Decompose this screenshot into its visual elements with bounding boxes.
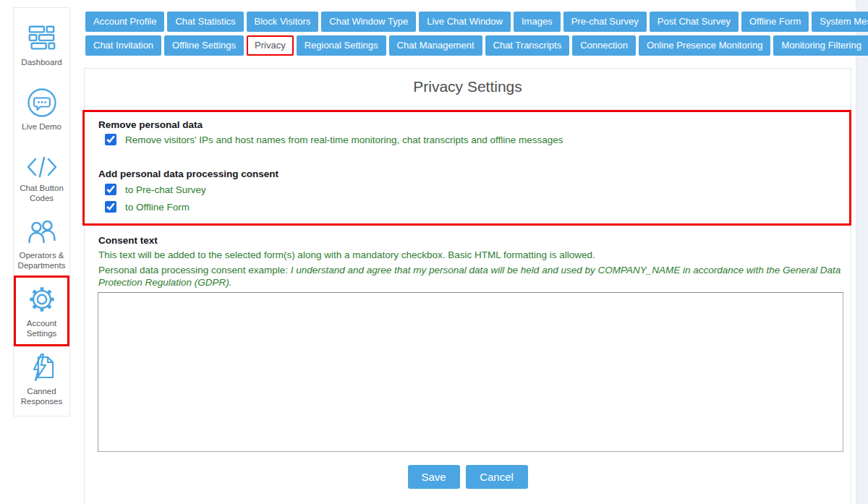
tab-live-chat-window[interactable]: Live Chat Window [419, 12, 511, 32]
sidebar: Dashboard Live Demo Chat Button Codes [13, 7, 70, 417]
settings-tabs-row1: Account Profile Chat Statistics Block Vi… [85, 12, 868, 32]
sidebar-item-label: Canned Responses [15, 386, 69, 406]
page-scrollbar[interactable] [856, 0, 868, 504]
prechat-consent-checkbox[interactable] [105, 184, 116, 195]
sidebar-item-canned-responses[interactable]: Canned Responses [14, 352, 69, 406]
tab-chat-window-type[interactable]: Chat Window Type [321, 12, 416, 32]
tab-images[interactable]: Images [514, 12, 561, 32]
tab-privacy[interactable]: Privacy [247, 35, 294, 56]
sidebar-item-label: Dashboard [15, 57, 69, 67]
tab-chat-invitation[interactable]: Chat Invitation [85, 35, 161, 56]
tab-monitoring-filtering[interactable]: Monitoring Filtering [773, 35, 868, 56]
tab-online-presence-monitoring[interactable]: Online Presence Monitoring [639, 35, 770, 56]
privacy-settings-panel: Privacy Settings Remove personal data Re… [84, 68, 851, 504]
offline-consent-row: to Offline Form [105, 201, 190, 213]
panel-header: Privacy Settings [85, 69, 851, 107]
sidebar-item-label: Live Demo [15, 121, 69, 132]
dashboard-icon [27, 23, 57, 54]
sidebar-item-operators-departments[interactable]: Operators & Departments [14, 218, 69, 270]
offline-consent-checkbox[interactable] [105, 201, 116, 213]
save-button[interactable]: Save [408, 465, 460, 489]
tab-account-profile[interactable]: Account Profile [85, 12, 164, 32]
tab-offline-form[interactable]: Offline Form [741, 12, 809, 32]
tab-chat-transcripts[interactable]: Chat Transcripts [485, 35, 570, 56]
tab-system-messages[interactable]: System Messages [812, 12, 868, 32]
consent-text-heading: Consent text [98, 235, 158, 246]
tab-post-chat-survey[interactable]: Post Chat Survey [650, 12, 739, 32]
operators-icon [27, 218, 57, 247]
prechat-consent-label: to Pre-chat Survey [125, 184, 206, 195]
gear-icon [27, 284, 57, 315]
sidebar-item-label: Account Settings [15, 318, 69, 338]
remove-personal-data-heading: Remove personal data [98, 119, 203, 130]
sidebar-item-chat-button-codes[interactable]: Chat Button Codes [14, 155, 69, 203]
sidebar-item-live-demo[interactable]: Live Demo [14, 87, 69, 132]
live-demo-icon [27, 87, 57, 118]
form-actions: Save Cancel [85, 465, 851, 489]
consent-example-prefix: Personal data processing consent example… [98, 265, 291, 276]
tab-pre-chat-survey[interactable]: Pre-chat Survey [563, 12, 647, 32]
tab-offline-settings[interactable]: Offline Settings [164, 35, 244, 56]
prechat-consent-row: to Pre-chat Survey [105, 184, 206, 195]
tab-block-visitors[interactable]: Block Visitors [247, 12, 319, 32]
consent-text-description: This text will be added to the selected … [98, 249, 845, 261]
tab-chat-management[interactable]: Chat Management [389, 35, 482, 56]
tab-regional-settings[interactable]: Regional Settings [297, 35, 386, 56]
offline-consent-label: to Offline Form [125, 202, 190, 213]
tab-connection[interactable]: Connection [572, 35, 636, 56]
settings-tabs-row2: Chat Invitation Offline Settings Privacy… [85, 35, 868, 56]
remove-ips-checkbox[interactable] [105, 134, 116, 145]
cancel-button[interactable]: Cancel [466, 465, 528, 489]
consent-text-input[interactable] [98, 292, 843, 452]
sidebar-item-label: Chat Button Codes [15, 183, 69, 203]
add-consent-heading: Add personal data processing consent [98, 168, 278, 179]
remove-ips-row: Remove visitors' IPs and host names from… [105, 134, 563, 145]
code-icon [27, 155, 57, 179]
sidebar-item-dashboard[interactable]: Dashboard [14, 23, 69, 67]
remove-ips-label: Remove visitors' IPs and host names from… [125, 134, 563, 145]
page-title: Privacy Settings [85, 69, 851, 95]
consent-text-example: Personal data processing consent example… [98, 264, 845, 289]
canned-responses-icon [27, 352, 57, 383]
sidebar-item-account-settings[interactable]: Account Settings [14, 276, 69, 346]
tab-chat-statistics[interactable]: Chat Statistics [167, 12, 243, 32]
sidebar-item-label: Operators & Departments [15, 250, 69, 270]
